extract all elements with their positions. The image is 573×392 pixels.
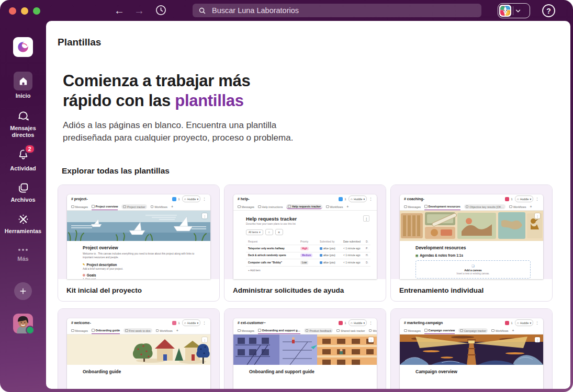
window-controls[interactable] [9,7,40,15]
workspace-switcher[interactable] [498,3,530,18]
plus-icon [18,286,28,296]
mini-tab: First week to-dos [123,328,152,333]
user-icon [320,261,322,264]
user-avatar[interactable] [13,314,33,333]
member-avatar-icon [505,197,509,201]
huddle-button: ∩Huddle▾ [349,195,367,202]
expand-icon: ⋮ [535,213,540,218]
member-avatar-icon [339,197,343,201]
priority-badge: Medium [300,253,312,257]
mini-list-subtitle: Describe how your team plans to use this… [246,223,372,225]
mini-tab-active: Development resources [424,203,460,210]
presence-indicator [26,326,35,335]
mini-tabs: Messages Onboarding and support g… Produ… [233,327,377,335]
template-card-customer-support[interactable]: # ext-customer~ 1 ∩Huddle▾ ⋮ Messages On… [224,308,386,389]
mini-doc-heading: Onboarding and support guide [249,369,370,374]
maximize-window-icon[interactable] [33,7,40,15]
help-button[interactable]: ? [542,4,555,17]
mini-channel-name: # help- [238,197,250,201]
mini-tab-active: Help requests tracker [286,204,322,209]
mini-tab: Workflows [156,327,173,334]
add-item-row: + Add item [246,267,370,274]
template-card-coaching[interactable]: # coaching- 1 ∩Huddle▾ ⋮ Messages Develo… [390,185,553,302]
activity-badge: 2 [24,144,36,154]
close-window-icon[interactable] [9,7,16,15]
app-window: ← → ? [0,0,573,392]
sidebar-item-label: Herramientas [3,228,43,235]
table-row: Deck & airlock randomly opens Medium ali… [246,252,370,260]
minimize-window-icon[interactable] [21,7,28,15]
sidebar-item-actividad[interactable]: 2 Actividad [3,148,43,172]
member-avatar-icon [505,321,509,325]
mini-tab: Objective key results [OK… [464,204,505,209]
history-button[interactable] [155,4,167,18]
mini-tab-active: Onboarding and support g… [258,327,300,334]
search-icon: ○ [265,229,273,235]
mini-tabs: Messages Development resources Objective… [400,203,543,211]
template-card-title: Administrar solicitudes de ayuda [224,279,386,301]
banner-illustration-lighthouse: ⋮ [400,335,543,365]
member-avatar-icon [172,321,176,325]
back-button[interactable]: ← [112,3,127,18]
sidebar-item-inicio[interactable]: Inicio [3,72,43,99]
mini-tab: Messages [404,203,421,210]
pencil-icon: ✎ [83,263,85,266]
sidebar-item-mensajes-directos[interactable]: Mensajes directos [3,110,43,139]
expand-icon: ⋮ [363,215,369,222]
mini-tab: Messages [238,327,254,334]
sidebar-item-archivos[interactable]: Archivos [3,181,43,203]
huddle-button: ∩Huddle▾ [515,319,533,326]
member-avatar-icon [172,197,176,201]
mini-preview: # help- 1 ∩Huddle▾ ⋮ Messages Help instr… [233,194,377,279]
expand-icon: ⋮ [368,337,374,342]
mini-tab: Messages [238,203,254,210]
mini-tab: Shared task tracker [336,327,365,334]
hero-heading-highlight: plantillas [175,91,243,110]
sidebar-item-label: Mensajes directos [3,125,43,139]
template-card-title: Kit inicial del proyecto [58,279,219,301]
mini-preview: # project- 1 ∩Huddle▾ ⋮ Messages Project… [67,194,210,279]
huddle-button: ∩Huddle▾ [182,319,200,326]
mini-doc-heading: Campaign overview [415,369,537,374]
mini-preview: # marketing-campaign 1 ∩Huddle▾ ⋮ Messag… [400,318,543,389]
create-new-button[interactable] [14,282,32,300]
headphones-icon: ∩ [517,321,519,325]
kebab-icon: ⋮ [535,321,539,325]
template-grid: # project- 1 ∩Huddle▾ ⋮ Messages Project… [58,185,570,389]
search-bar[interactable] [193,4,481,17]
mini-doc-heading: Development resources [415,245,537,250]
template-card-campaign[interactable]: # marketing-campaign 1 ∩Huddle▾ ⋮ Messag… [390,308,553,389]
template-card-onboarding[interactable]: # welcome- 1 ∩Huddle▾ ⋮ Messages Onboard… [58,308,220,389]
mini-tabs: Messages Onboarding guide First week to-… [67,327,210,335]
template-card-project-starter[interactable]: # project- 1 ∩Huddle▾ ⋮ Messages Project… [58,185,220,302]
template-card-help-requests[interactable]: # help- 1 ∩Huddle▾ ⋮ Messages Help instr… [224,185,386,302]
mini-tab: Workflows [509,203,526,210]
mini-tab: Campaign tracker [458,328,488,333]
headphones-icon: ∩ [184,321,186,325]
mini-tabs: Messages Help instructions Help requests… [233,203,377,211]
kebab-icon: ⋮ [535,197,539,201]
mini-doc-paragraph: Welcome to . This canvas includes everyt… [83,252,204,260]
mini-preview: # ext-customer~ 1 ∩Huddle▾ ⋮ Messages On… [233,318,377,389]
sidebar-item-mas[interactable]: Más [3,246,43,262]
user-icon [320,247,322,250]
mini-doc-heading: Project overview [83,245,204,250]
search-input[interactable] [211,6,476,15]
expand-icon: ⋮ [535,337,540,342]
notepad-icon: ▤ [415,254,418,257]
mini-tab: Product feedback [304,328,333,333]
mini-channel-name: # project- [71,197,88,201]
tools-icon [17,213,30,226]
forward-button[interactable]: → [132,3,147,18]
mini-table: RequestPriority Submitted byDate submitt… [246,239,370,274]
mini-tabs: Messages Project overview Project tracke… [67,203,210,211]
mini-channel-name: # ext-customer~ [238,321,266,325]
table-row: Computer calls me "Bobby" Low alice (you… [246,259,370,267]
mini-tab: Messages [404,327,421,334]
sidebar-item-herramientas[interactable]: Herramientas [3,213,43,235]
workspace-logo-icon [499,5,511,17]
mini-list-heading: Help requests tracker [246,216,297,222]
template-card-title: Entrenamiento individual [391,279,552,301]
mini-tab: Help instructions [258,203,283,210]
workspace-home-button[interactable] [13,37,33,57]
